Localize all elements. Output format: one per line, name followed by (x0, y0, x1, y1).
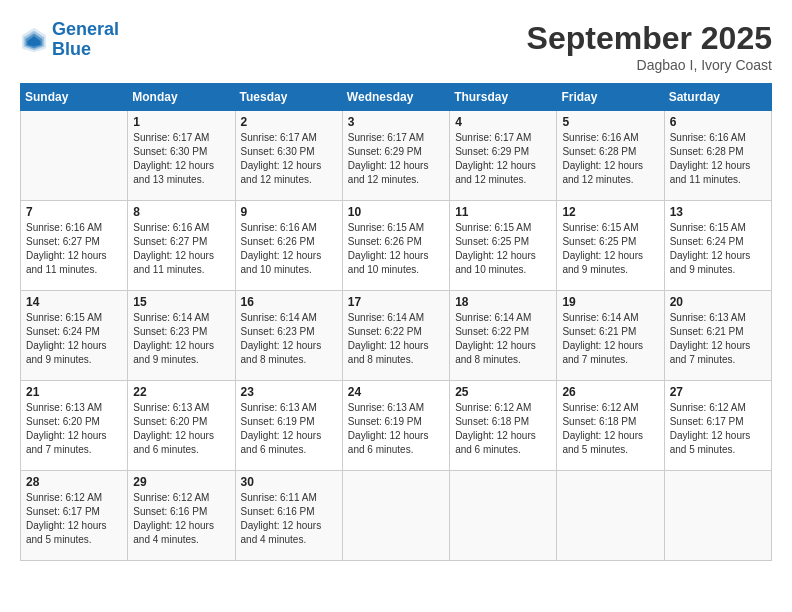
day-number: 14 (26, 295, 122, 309)
day-number: 15 (133, 295, 229, 309)
day-header-wednesday: Wednesday (342, 84, 449, 111)
calendar-cell: 11Sunrise: 6:15 AMSunset: 6:25 PMDayligh… (450, 201, 557, 291)
day-info: Sunrise: 6:13 AMSunset: 6:21 PMDaylight:… (670, 311, 766, 367)
day-info: Sunrise: 6:15 AMSunset: 6:26 PMDaylight:… (348, 221, 444, 277)
day-number: 4 (455, 115, 551, 129)
calendar-cell: 28Sunrise: 6:12 AMSunset: 6:17 PMDayligh… (21, 471, 128, 561)
calendar-cell (450, 471, 557, 561)
calendar-cell: 22Sunrise: 6:13 AMSunset: 6:20 PMDayligh… (128, 381, 235, 471)
day-header-friday: Friday (557, 84, 664, 111)
month-title: September 2025 (527, 20, 772, 57)
day-number: 3 (348, 115, 444, 129)
day-info: Sunrise: 6:15 AMSunset: 6:25 PMDaylight:… (562, 221, 658, 277)
calendar-cell: 24Sunrise: 6:13 AMSunset: 6:19 PMDayligh… (342, 381, 449, 471)
day-number: 18 (455, 295, 551, 309)
day-number: 6 (670, 115, 766, 129)
day-info: Sunrise: 6:12 AMSunset: 6:17 PMDaylight:… (670, 401, 766, 457)
day-number: 2 (241, 115, 337, 129)
calendar-cell: 25Sunrise: 6:12 AMSunset: 6:18 PMDayligh… (450, 381, 557, 471)
day-number: 12 (562, 205, 658, 219)
day-info: Sunrise: 6:16 AMSunset: 6:26 PMDaylight:… (241, 221, 337, 277)
day-number: 19 (562, 295, 658, 309)
calendar-cell (557, 471, 664, 561)
day-info: Sunrise: 6:12 AMSunset: 6:18 PMDaylight:… (562, 401, 658, 457)
calendar-cell: 5Sunrise: 6:16 AMSunset: 6:28 PMDaylight… (557, 111, 664, 201)
day-info: Sunrise: 6:13 AMSunset: 6:20 PMDaylight:… (133, 401, 229, 457)
day-info: Sunrise: 6:12 AMSunset: 6:17 PMDaylight:… (26, 491, 122, 547)
calendar-cell: 12Sunrise: 6:15 AMSunset: 6:25 PMDayligh… (557, 201, 664, 291)
calendar-cell: 26Sunrise: 6:12 AMSunset: 6:18 PMDayligh… (557, 381, 664, 471)
day-info: Sunrise: 6:14 AMSunset: 6:22 PMDaylight:… (455, 311, 551, 367)
day-info: Sunrise: 6:17 AMSunset: 6:30 PMDaylight:… (133, 131, 229, 187)
day-info: Sunrise: 6:15 AMSunset: 6:24 PMDaylight:… (670, 221, 766, 277)
day-header-thursday: Thursday (450, 84, 557, 111)
day-number: 21 (26, 385, 122, 399)
day-number: 28 (26, 475, 122, 489)
calendar-header-row: SundayMondayTuesdayWednesdayThursdayFrid… (21, 84, 772, 111)
calendar-week-2: 7Sunrise: 6:16 AMSunset: 6:27 PMDaylight… (21, 201, 772, 291)
day-header-tuesday: Tuesday (235, 84, 342, 111)
calendar-cell: 8Sunrise: 6:16 AMSunset: 6:27 PMDaylight… (128, 201, 235, 291)
day-number: 26 (562, 385, 658, 399)
calendar-week-4: 21Sunrise: 6:13 AMSunset: 6:20 PMDayligh… (21, 381, 772, 471)
day-number: 9 (241, 205, 337, 219)
day-header-saturday: Saturday (664, 84, 771, 111)
day-info: Sunrise: 6:15 AMSunset: 6:25 PMDaylight:… (455, 221, 551, 277)
day-info: Sunrise: 6:17 AMSunset: 6:29 PMDaylight:… (455, 131, 551, 187)
day-info: Sunrise: 6:11 AMSunset: 6:16 PMDaylight:… (241, 491, 337, 547)
calendar-cell: 19Sunrise: 6:14 AMSunset: 6:21 PMDayligh… (557, 291, 664, 381)
calendar-cell: 15Sunrise: 6:14 AMSunset: 6:23 PMDayligh… (128, 291, 235, 381)
day-number: 8 (133, 205, 229, 219)
location: Dagbao I, Ivory Coast (527, 57, 772, 73)
day-info: Sunrise: 6:15 AMSunset: 6:24 PMDaylight:… (26, 311, 122, 367)
day-info: Sunrise: 6:12 AMSunset: 6:18 PMDaylight:… (455, 401, 551, 457)
day-number: 17 (348, 295, 444, 309)
day-number: 20 (670, 295, 766, 309)
day-number: 24 (348, 385, 444, 399)
day-number: 7 (26, 205, 122, 219)
day-info: Sunrise: 6:13 AMSunset: 6:20 PMDaylight:… (26, 401, 122, 457)
calendar-cell: 17Sunrise: 6:14 AMSunset: 6:22 PMDayligh… (342, 291, 449, 381)
day-number: 30 (241, 475, 337, 489)
calendar-cell: 30Sunrise: 6:11 AMSunset: 6:16 PMDayligh… (235, 471, 342, 561)
calendar-cell: 6Sunrise: 6:16 AMSunset: 6:28 PMDaylight… (664, 111, 771, 201)
day-number: 13 (670, 205, 766, 219)
day-info: Sunrise: 6:17 AMSunset: 6:30 PMDaylight:… (241, 131, 337, 187)
day-number: 11 (455, 205, 551, 219)
day-info: Sunrise: 6:13 AMSunset: 6:19 PMDaylight:… (348, 401, 444, 457)
day-number: 10 (348, 205, 444, 219)
day-info: Sunrise: 6:14 AMSunset: 6:23 PMDaylight:… (241, 311, 337, 367)
day-info: Sunrise: 6:16 AMSunset: 6:27 PMDaylight:… (26, 221, 122, 277)
day-info: Sunrise: 6:14 AMSunset: 6:23 PMDaylight:… (133, 311, 229, 367)
logo-text: General Blue (52, 20, 119, 60)
logo-icon (20, 26, 48, 54)
calendar-cell: 18Sunrise: 6:14 AMSunset: 6:22 PMDayligh… (450, 291, 557, 381)
calendar-week-1: 1Sunrise: 6:17 AMSunset: 6:30 PMDaylight… (21, 111, 772, 201)
day-info: Sunrise: 6:16 AMSunset: 6:27 PMDaylight:… (133, 221, 229, 277)
day-info: Sunrise: 6:14 AMSunset: 6:21 PMDaylight:… (562, 311, 658, 367)
calendar-cell: 27Sunrise: 6:12 AMSunset: 6:17 PMDayligh… (664, 381, 771, 471)
day-info: Sunrise: 6:13 AMSunset: 6:19 PMDaylight:… (241, 401, 337, 457)
logo: General Blue (20, 20, 119, 60)
day-info: Sunrise: 6:16 AMSunset: 6:28 PMDaylight:… (670, 131, 766, 187)
calendar-cell: 16Sunrise: 6:14 AMSunset: 6:23 PMDayligh… (235, 291, 342, 381)
calendar-cell: 13Sunrise: 6:15 AMSunset: 6:24 PMDayligh… (664, 201, 771, 291)
calendar-cell: 10Sunrise: 6:15 AMSunset: 6:26 PMDayligh… (342, 201, 449, 291)
day-number: 23 (241, 385, 337, 399)
page-header: General Blue September 2025 Dagbao I, Iv… (20, 20, 772, 73)
calendar-cell: 20Sunrise: 6:13 AMSunset: 6:21 PMDayligh… (664, 291, 771, 381)
day-info: Sunrise: 6:12 AMSunset: 6:16 PMDaylight:… (133, 491, 229, 547)
calendar-cell: 2Sunrise: 6:17 AMSunset: 6:30 PMDaylight… (235, 111, 342, 201)
day-number: 5 (562, 115, 658, 129)
calendar-cell: 4Sunrise: 6:17 AMSunset: 6:29 PMDaylight… (450, 111, 557, 201)
calendar-cell: 29Sunrise: 6:12 AMSunset: 6:16 PMDayligh… (128, 471, 235, 561)
day-number: 29 (133, 475, 229, 489)
calendar-cell: 14Sunrise: 6:15 AMSunset: 6:24 PMDayligh… (21, 291, 128, 381)
calendar-week-5: 28Sunrise: 6:12 AMSunset: 6:17 PMDayligh… (21, 471, 772, 561)
calendar-cell (21, 111, 128, 201)
day-number: 25 (455, 385, 551, 399)
calendar-table: SundayMondayTuesdayWednesdayThursdayFrid… (20, 83, 772, 561)
calendar-cell: 23Sunrise: 6:13 AMSunset: 6:19 PMDayligh… (235, 381, 342, 471)
day-header-monday: Monday (128, 84, 235, 111)
day-number: 1 (133, 115, 229, 129)
